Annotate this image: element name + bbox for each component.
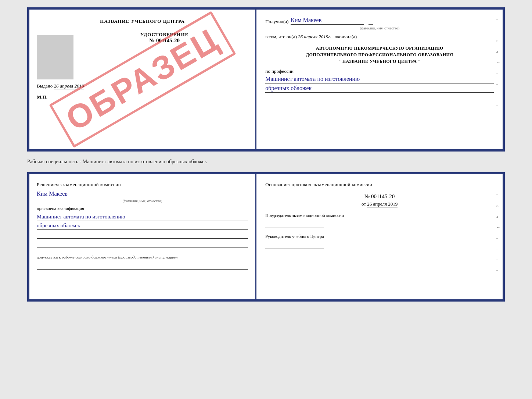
edge-mark-5: –: [496, 93, 500, 97]
edge-mark-3: –: [496, 71, 500, 75]
chairman-label: Председатель экзаменационной комиссии: [265, 213, 494, 218]
edge-mark-i: и: [496, 38, 500, 43]
bottom-document-pair: Решением экзаменационной комиссии Ким Ма…: [27, 172, 505, 302]
bottom-edge-mark-6: –: [496, 268, 500, 272]
bottom-edge-mark-i: и: [496, 203, 500, 207]
org-line3: " НАЗВАНИЕ УЧЕБНОГО ЦЕНТРА ": [265, 58, 494, 65]
separator-text: Рабочая специальность - Машинист автомат…: [27, 157, 505, 166]
rukovoditel-sign-line: [265, 242, 324, 249]
vtom-label: в том, что он(а): [265, 34, 297, 39]
ot-label: от: [362, 201, 366, 207]
top-document-pair: НАЗВАНИЕ УЧЕБНОГО ЦЕНТРА УДОСТОВЕРЕНИЕ №…: [27, 7, 505, 152]
profession-label: по профессии: [265, 68, 494, 74]
profession-line1: Машинист автомата по изготовлению: [265, 76, 494, 83]
vtom-line: в том, что он(а) 26 апреля 2019г. окончи…: [265, 34, 494, 40]
edge-mark-6: –: [496, 103, 500, 107]
bottom-fio-subtitle: (фамилия, имя, отчество): [37, 199, 248, 203]
dopuskaetsya-block: допускается к работе согласно должностны…: [37, 255, 248, 259]
bottom-right-edge-marks: – – и а ← – – – –: [496, 182, 500, 272]
edge-mark-a: а: [496, 49, 500, 54]
dopuskaetsya-val: работе согласно должностным (производств…: [62, 255, 177, 259]
received-name: Ким Макеев: [291, 17, 364, 25]
protocol-date-val: 26 апреля 2019: [367, 201, 398, 207]
qualification-line2: обрезных обложек: [37, 222, 248, 230]
edge-mark-2: –: [496, 28, 500, 32]
received-label: Получил(а): [265, 19, 288, 25]
vtom-date: 26 апреля 2019г.: [298, 34, 331, 40]
vydano-label: Выдано: [37, 83, 53, 89]
org-block: АВТОНОМНУЮ НЕКОММЕРЧЕСКУЮ ОРГАНИЗАЦИЮ ДО…: [265, 45, 494, 65]
bottom-fio: Ким Макеев: [37, 190, 248, 198]
org-line2: ДОПОЛНИТЕЛЬНОГО ПРОФЕССИОНАЛЬНОГО ОБРАЗО…: [265, 51, 494, 58]
edge-mark-1: –: [496, 17, 500, 21]
bottom-edge-mark-5: –: [496, 257, 500, 261]
osnov-label: Основание: протокол экзаменационной коми…: [265, 182, 494, 188]
sign-line-1: [37, 231, 248, 239]
bottom-edge-mark-2: –: [496, 192, 500, 196]
mp-label: М.П.: [37, 94, 248, 100]
bottom-edge-mark-4: –: [496, 247, 500, 251]
dopuskaetsya-label: допускается к: [37, 255, 61, 259]
chairman-block: Председатель экзаменационной комиссии: [265, 213, 494, 228]
profession-line2: обрезных обложек: [265, 85, 494, 93]
top-doc-left: НАЗВАНИЕ УЧЕБНОГО ЦЕНТРА УДОСТОВЕРЕНИЕ №…: [29, 10, 256, 149]
sign-line-2: [37, 240, 248, 247]
chairman-sign-line: [265, 221, 324, 228]
bottom-edge-mark-a: а: [496, 214, 500, 218]
qualification-line1: Машинист автомата по изготовлению: [37, 214, 248, 221]
fio-subtitle-top: (фамилия, имя, отчество): [265, 26, 494, 30]
top-doc-right: Получил(а) Ким Макеев (фамилия, имя, отч…: [256, 10, 503, 149]
bottom-edge-mark-3: –: [496, 236, 500, 240]
top-left-title: НАЗВАНИЕ УЧЕБНОГО ЦЕНТРА: [37, 18, 248, 24]
edge-mark-arrow: ←: [496, 60, 500, 65]
photo-placeholder: [37, 35, 73, 79]
protocol-date: от 26 апреля 2019: [265, 201, 494, 207]
sign-line-bottom: [37, 262, 248, 270]
protocol-num: № 001145-20: [265, 193, 494, 200]
bottom-edge-mark-arrow: ←: [496, 225, 500, 229]
edge-mark-4: –: [496, 82, 500, 86]
okonchil-label: окончил(а): [335, 34, 357, 39]
rukovoditel-label: Руководитель учебного Центра: [265, 234, 494, 239]
bottom-edge-mark-1: –: [496, 182, 500, 186]
top-right-dash1: [369, 24, 373, 25]
vydano-date: 26 апреля 2019: [54, 83, 84, 89]
resheniem-label: Решением экзаменационной комиссии: [37, 182, 248, 188]
vydano-line: Выдано 26 апреля 2019: [37, 83, 248, 89]
right-edge-marks: – – и а ← – – – –: [496, 17, 500, 107]
rukovoditel-block: Руководитель учебного Центра: [265, 234, 494, 249]
bottom-doc-left: Решением экзаменационной комиссии Ким Ма…: [29, 174, 256, 299]
prisvoena-label: присвоена квалификация: [37, 206, 248, 211]
received-line: Получил(а) Ким Макеев: [265, 17, 494, 25]
bottom-doc-right: Основание: протокол экзаменационной коми…: [256, 174, 503, 299]
org-line1: АВТОНОМНУЮ НЕКОММЕРЧЕСКУЮ ОРГАНИЗАЦИЮ: [265, 45, 494, 51]
